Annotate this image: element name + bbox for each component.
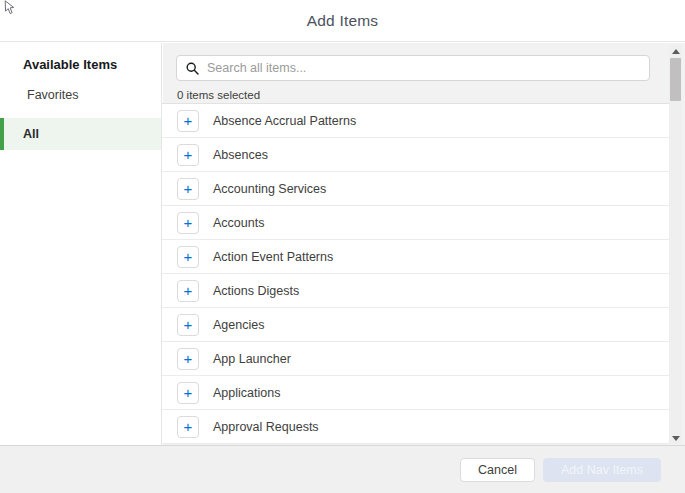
selection-status: 0 items selected bbox=[177, 89, 260, 101]
item-label: Accounting Services bbox=[199, 182, 326, 196]
page-title: Add Items bbox=[0, 0, 685, 42]
add-items-modal: Add Items Available Items Favorites All … bbox=[0, 0, 685, 493]
sidebar-item-favorites[interactable]: Favorites bbox=[0, 80, 161, 110]
modal-header: Add Items bbox=[0, 0, 685, 42]
search-icon bbox=[186, 62, 199, 75]
scrollbar[interactable] bbox=[669, 45, 682, 444]
modal-footer: Cancel Add Nav Items bbox=[0, 445, 685, 493]
search-box bbox=[176, 55, 650, 81]
scrollbar-thumb[interactable] bbox=[670, 58, 681, 101]
item-label: Applications bbox=[199, 386, 280, 400]
list-item: +Applications bbox=[162, 376, 672, 410]
list-item: +Approval Requests bbox=[162, 410, 672, 444]
add-item-button[interactable]: + bbox=[177, 314, 199, 336]
cancel-button[interactable]: Cancel bbox=[460, 458, 535, 482]
list-item: +Action Event Patterns bbox=[162, 240, 672, 274]
list-item: +Absences bbox=[162, 138, 672, 172]
list-item: +Accounting Services bbox=[162, 172, 672, 206]
sidebar-item-all[interactable]: All bbox=[0, 118, 161, 150]
add-item-button[interactable]: + bbox=[177, 246, 199, 268]
list-item: +Accounts bbox=[162, 206, 672, 240]
mouse-cursor-icon bbox=[2, 0, 16, 17]
triangle-down-icon bbox=[672, 436, 680, 441]
add-nav-items-button[interactable]: Add Nav Items bbox=[543, 458, 661, 482]
sidebar: Available Items Favorites All bbox=[0, 43, 162, 445]
item-list: +Absence Accrual Patterns+Absences+Accou… bbox=[162, 103, 672, 444]
search-input[interactable] bbox=[199, 61, 649, 75]
list-item: +Agencies bbox=[162, 308, 672, 342]
scroll-up-button[interactable] bbox=[669, 45, 682, 57]
add-item-button[interactable]: + bbox=[177, 144, 199, 166]
item-label: App Launcher bbox=[199, 352, 291, 366]
sidebar-header: Available Items bbox=[0, 43, 161, 72]
item-label: Absence Accrual Patterns bbox=[199, 114, 356, 128]
add-item-button[interactable]: + bbox=[177, 280, 199, 302]
add-item-button[interactable]: + bbox=[177, 416, 199, 438]
add-item-button[interactable]: + bbox=[177, 382, 199, 404]
item-label: Approval Requests bbox=[199, 420, 319, 434]
scroll-down-button[interactable] bbox=[669, 432, 682, 444]
item-label: Accounts bbox=[199, 216, 264, 230]
item-label: Absences bbox=[199, 148, 268, 162]
add-item-button[interactable]: + bbox=[177, 110, 199, 132]
content-panel: 0 items selected +Absence Accrual Patter… bbox=[163, 43, 685, 445]
triangle-up-icon bbox=[672, 49, 680, 54]
item-label: Action Event Patterns bbox=[199, 250, 333, 264]
item-label: Agencies bbox=[199, 318, 264, 332]
list-item: +Absence Accrual Patterns bbox=[162, 104, 672, 138]
add-item-button[interactable]: + bbox=[177, 348, 199, 370]
add-item-button[interactable]: + bbox=[177, 212, 199, 234]
item-label: Actions Digests bbox=[199, 284, 299, 298]
list-item: +Actions Digests bbox=[162, 274, 672, 308]
add-item-button[interactable]: + bbox=[177, 178, 199, 200]
list-item: +App Launcher bbox=[162, 342, 672, 376]
